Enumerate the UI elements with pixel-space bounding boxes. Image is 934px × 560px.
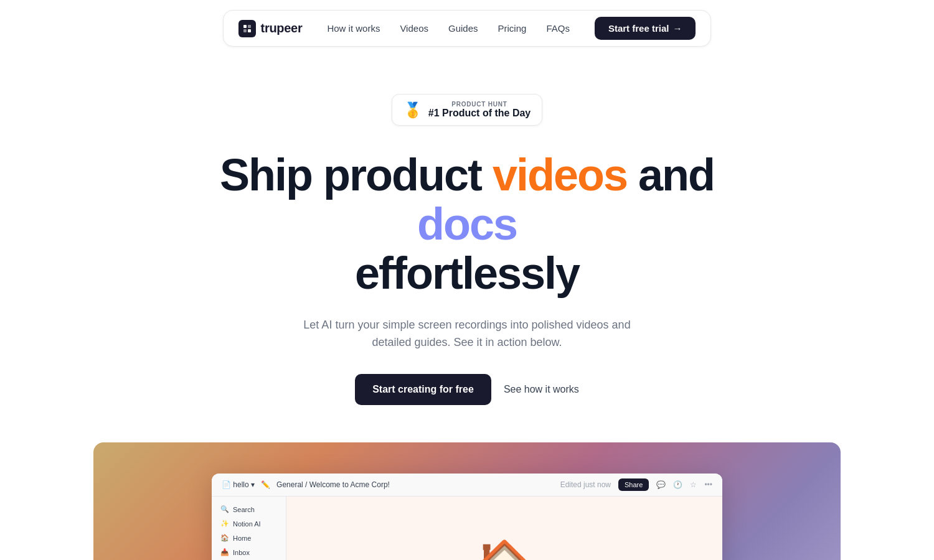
house-emoji: 🏠: [473, 537, 535, 560]
titlebar-right: Edited just now Share 💬 🕐 ☆ •••: [560, 478, 712, 491]
star-icon: ☆: [690, 480, 697, 489]
hero-headline: Ship product videos and docs effortlessl…: [187, 151, 747, 299]
see-how-it-works-button[interactable]: See how it works: [504, 384, 579, 395]
app-body: 🔍 Search ✨ Notion AI 🏠 Home 📥 Inbox: [212, 497, 722, 560]
more-icon: •••: [704, 480, 712, 489]
comment-icon: 💬: [656, 480, 666, 489]
nav-link-guides[interactable]: Guides: [448, 23, 478, 34]
medal-icon: 🥇: [403, 101, 422, 119]
screenshot-section: 📄 hello ▾ ✏️ General / Welcome to Acme C…: [0, 442, 934, 560]
sidebar-inbox[interactable]: 📥 Inbox: [217, 546, 281, 559]
logo-icon: [238, 20, 256, 37]
pencil-icon: ✏️: [261, 480, 270, 489]
badge-label-top: PRODUCT HUNT: [428, 101, 531, 108]
home-icon: 🏠: [220, 534, 229, 542]
start-free-trial-button[interactable]: Start free trial →: [595, 17, 696, 40]
headline-highlight-videos: videos: [493, 150, 627, 200]
svg-rect-0: [243, 25, 247, 28]
breadcrumb: General / Welcome to Acme Corp!: [276, 480, 390, 489]
hero-section: 🥇 PRODUCT HUNT #1 Product of the Day Shi…: [0, 57, 934, 430]
headline-part1: Ship product: [220, 150, 493, 200]
nav-link-videos[interactable]: Videos: [400, 23, 428, 34]
app-mockup: 📄 hello ▾ ✏️ General / Welcome to Acme C…: [212, 474, 722, 560]
sidebar-search[interactable]: 🔍 Search: [217, 503, 281, 516]
ai-icon: ✨: [220, 520, 229, 528]
badge-text: PRODUCT HUNT #1 Product of the Day: [428, 101, 531, 119]
share-button[interactable]: Share: [618, 478, 649, 491]
nav-links: How it works Videos Guides Pricing FAQs: [327, 23, 570, 34]
headline-part3: effortlessly: [355, 248, 579, 298]
hero-subtext: Let AI turn your simple screen recording…: [293, 316, 641, 352]
start-creating-button[interactable]: Start creating for free: [355, 374, 491, 405]
edited-status: Edited just now: [560, 480, 611, 489]
badge-label-main: #1 Product of the Day: [428, 108, 531, 119]
navbar: trupeer How it works Videos Guides Prici…: [0, 0, 934, 57]
screenshot-background: 📄 hello ▾ ✏️ General / Welcome to Acme C…: [93, 442, 841, 560]
app-sidebar: 🔍 Search ✨ Notion AI 🏠 Home 📥 Inbox: [212, 497, 286, 560]
svg-rect-3: [248, 29, 251, 32]
svg-rect-1: [248, 25, 251, 28]
headline-highlight-docs: docs: [417, 199, 517, 249]
product-hunt-badge: 🥇 PRODUCT HUNT #1 Product of the Day: [392, 94, 542, 126]
svg-rect-2: [243, 29, 247, 32]
sidebar-home[interactable]: 🏠 Home: [217, 531, 281, 544]
sidebar-notion-ai[interactable]: ✨ Notion AI: [217, 517, 281, 530]
logo[interactable]: trupeer: [238, 20, 303, 37]
nav-link-faqs[interactable]: FAQs: [546, 23, 570, 34]
headline-part2: and: [627, 150, 714, 200]
nav-container: trupeer How it works Videos Guides Prici…: [223, 10, 712, 47]
app-main-content: 🏠: [286, 497, 722, 560]
hero-buttons: Start creating for free See how it works: [355, 374, 579, 405]
logo-text: trupeer: [261, 21, 303, 35]
nav-link-how-it-works[interactable]: How it works: [327, 23, 380, 34]
app-titlebar: 📄 hello ▾ ✏️ General / Welcome to Acme C…: [212, 474, 722, 497]
nav-link-pricing[interactable]: Pricing: [498, 23, 527, 34]
inbox-icon: 📥: [220, 548, 229, 556]
titlebar-left: 📄 hello ▾ ✏️ General / Welcome to Acme C…: [222, 480, 390, 489]
clock-icon: 🕐: [673, 480, 682, 489]
workspace-name: 📄 hello ▾: [222, 480, 255, 489]
search-icon: 🔍: [220, 505, 229, 513]
